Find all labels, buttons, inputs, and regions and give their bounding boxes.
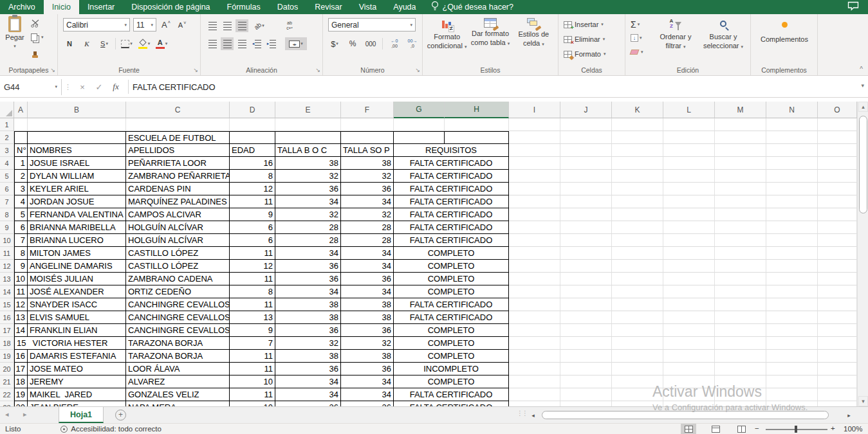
cell-M7[interactable] bbox=[715, 195, 766, 208]
cell-A10[interactable]: 7 bbox=[14, 234, 28, 247]
cell-C10[interactable]: HOLGUÍN ALCÍVAR bbox=[126, 234, 230, 247]
cut-button[interactable] bbox=[31, 19, 40, 29]
cell-A3[interactable]: N° bbox=[14, 144, 28, 157]
col-header-K[interactable]: K bbox=[612, 102, 663, 118]
cell-I14[interactable] bbox=[509, 285, 560, 298]
cell-E19[interactable]: 38 bbox=[275, 350, 341, 363]
col-header-D[interactable]: D bbox=[230, 102, 275, 118]
cell-J2[interactable] bbox=[560, 131, 612, 144]
cell-F13[interactable]: 36 bbox=[341, 273, 394, 285]
cell-K11[interactable] bbox=[612, 247, 663, 260]
addins-button[interactable]: Complementos bbox=[751, 22, 818, 44]
cell-K22[interactable] bbox=[612, 388, 663, 401]
cell-C15[interactable]: CANCHINGRE CEVALLOS bbox=[126, 298, 230, 311]
insert-cells-button[interactable]: + Insertar▾ bbox=[564, 21, 604, 28]
cell-E23[interactable]: 36 bbox=[275, 401, 341, 406]
row-header-3[interactable]: 3 bbox=[0, 144, 14, 157]
cell-J18[interactable] bbox=[560, 337, 612, 350]
cell-E22[interactable]: 34 bbox=[275, 388, 341, 401]
cell-F3[interactable]: TALLA SO P bbox=[341, 144, 394, 157]
row-header-4[interactable]: 4 bbox=[0, 157, 14, 170]
tab-datos[interactable]: Datos bbox=[269, 0, 307, 14]
cell-I18[interactable] bbox=[509, 337, 560, 350]
cell-J10[interactable] bbox=[560, 234, 612, 247]
row-header-20[interactable]: 20 bbox=[0, 363, 14, 375]
cell-N6[interactable] bbox=[766, 183, 818, 195]
tab-insertar[interactable]: Insertar bbox=[79, 0, 123, 14]
cell-K18[interactable] bbox=[612, 337, 663, 350]
cell-G22-H22[interactable]: FALTA CERTIFICADO bbox=[394, 388, 509, 401]
cell-B14[interactable]: JOSÉ ALEXANDER bbox=[28, 285, 126, 298]
increase-indent-button[interactable]: ▸ bbox=[265, 37, 278, 50]
cell-G13-H13[interactable]: COMPLETO bbox=[394, 273, 509, 285]
cell-E17[interactable]: 36 bbox=[275, 324, 341, 337]
cell-N16[interactable] bbox=[766, 311, 818, 324]
cell-M2[interactable] bbox=[715, 131, 766, 144]
cell-J15[interactable] bbox=[560, 298, 612, 311]
tab-archivo[interactable]: Archivo bbox=[0, 0, 44, 14]
cell-D22[interactable]: 11 bbox=[230, 388, 275, 401]
cell-A13[interactable]: 10 bbox=[14, 273, 28, 285]
cell-E9[interactable]: 28 bbox=[275, 221, 341, 234]
cell-F15[interactable]: 38 bbox=[341, 298, 394, 311]
cell-G17-H17[interactable]: COMPLETO bbox=[394, 324, 509, 337]
cell-N18[interactable] bbox=[766, 337, 818, 350]
cell-E5[interactable]: 32 bbox=[275, 170, 341, 183]
prev-sheet-icon[interactable]: ◂ bbox=[5, 410, 9, 419]
cell-E18[interactable]: 32 bbox=[275, 337, 341, 350]
cell-G18-H18[interactable]: COMPLETO bbox=[394, 337, 509, 350]
row-header-12[interactable]: 12 bbox=[0, 260, 14, 273]
cell-O18[interactable] bbox=[818, 337, 857, 350]
cell-F18[interactable]: 32 bbox=[341, 337, 394, 350]
cell-K6[interactable] bbox=[612, 183, 663, 195]
cell-K19[interactable] bbox=[612, 350, 663, 363]
cell-C11[interactable]: CASTILLO LÓPEZ bbox=[126, 247, 230, 260]
cancel-button[interactable]: × bbox=[74, 82, 91, 92]
cell-M17[interactable] bbox=[715, 324, 766, 337]
cell-E15[interactable]: 38 bbox=[275, 298, 341, 311]
scroll-up-icon[interactable]: ▴ bbox=[858, 102, 868, 112]
cell-D20[interactable]: 11 bbox=[230, 363, 275, 375]
cell-C20[interactable]: LOOR ÁLAVA bbox=[126, 363, 230, 375]
zoom-out-button[interactable]: − bbox=[755, 424, 759, 432]
cell-N17[interactable] bbox=[766, 324, 818, 337]
cell-G9-H9[interactable]: FALTA CERTIFICADO bbox=[394, 221, 509, 234]
row-header-22[interactable]: 22 bbox=[0, 388, 14, 401]
row-header-23[interactable]: 23 bbox=[0, 401, 14, 406]
row-header-19[interactable]: 19 bbox=[0, 350, 14, 363]
tab-revisar[interactable]: Revisar bbox=[306, 0, 350, 14]
row-header-15[interactable]: 15 bbox=[0, 298, 14, 311]
cell-J19[interactable] bbox=[560, 350, 612, 363]
col-header-A[interactable]: A bbox=[14, 102, 28, 118]
accounting-format-button[interactable]: $▾ bbox=[328, 37, 341, 50]
cell-A2[interactable] bbox=[14, 131, 28, 144]
cell-A4[interactable]: 1 bbox=[14, 157, 28, 170]
next-sheet-icon[interactable]: ▸ bbox=[23, 410, 27, 419]
cell-K13[interactable] bbox=[612, 273, 663, 285]
cell-D15[interactable]: 11 bbox=[230, 298, 275, 311]
cell-F23[interactable]: 36 bbox=[341, 401, 394, 406]
cell-O6[interactable] bbox=[818, 183, 857, 195]
cell-D13[interactable]: 11 bbox=[230, 273, 275, 285]
cell-A11[interactable]: 8 bbox=[14, 247, 28, 260]
cell-L2[interactable] bbox=[663, 131, 715, 144]
dialog-launcher-icon[interactable]: ↘ bbox=[315, 67, 320, 73]
fill-button[interactable]: ↓▾ bbox=[631, 34, 642, 42]
cell-F10[interactable]: 28 bbox=[341, 234, 394, 247]
cell-B22[interactable]: MAIKEL JARED bbox=[28, 388, 126, 401]
cell-F9[interactable]: 28 bbox=[341, 221, 394, 234]
cell-L7[interactable] bbox=[663, 195, 715, 208]
cell-E4[interactable]: 38 bbox=[275, 157, 341, 170]
cell-I20[interactable] bbox=[509, 363, 560, 375]
cell-A6[interactable]: 3 bbox=[14, 183, 28, 195]
cell-E8[interactable]: 32 bbox=[275, 208, 341, 221]
cell-M6[interactable] bbox=[715, 183, 766, 195]
cell-N13[interactable] bbox=[766, 273, 818, 285]
cell-O22[interactable] bbox=[818, 388, 857, 401]
cell-F14[interactable]: 34 bbox=[341, 285, 394, 298]
cell-E11[interactable]: 34 bbox=[275, 247, 341, 260]
cell-I10[interactable] bbox=[509, 234, 560, 247]
cell-G21-H21[interactable]: COMPLETO bbox=[394, 375, 509, 388]
cell-L20[interactable] bbox=[663, 363, 715, 375]
cell-B3[interactable]: NOMBRES bbox=[28, 144, 126, 157]
